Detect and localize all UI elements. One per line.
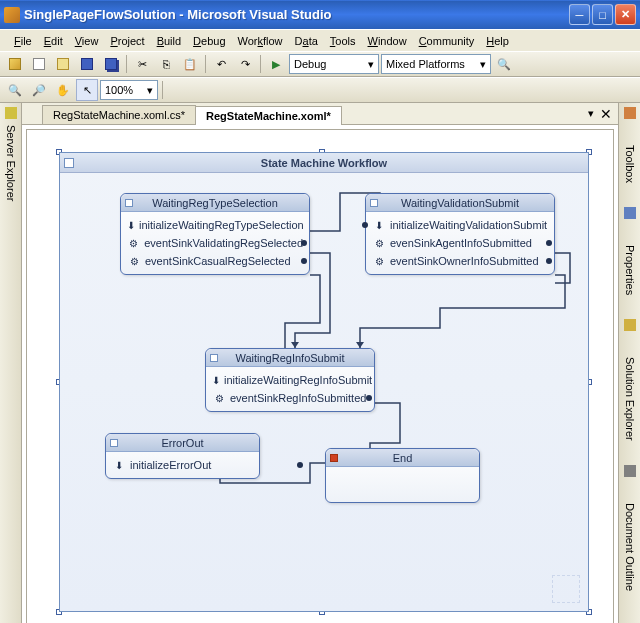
- open-file-button[interactable]: [52, 53, 74, 75]
- activity-row[interactable]: ⬇initializeWaitingRegInfoSubmit: [212, 371, 368, 389]
- add-item-button[interactable]: [28, 53, 50, 75]
- state-title: WaitingValidationSubmit: [401, 197, 519, 209]
- event-icon: ⚙: [372, 236, 386, 250]
- state-title: End: [393, 452, 413, 464]
- window-title: SinglePageFlowSolution - Microsoft Visua…: [24, 7, 569, 22]
- title-bar: SinglePageFlowSolution - Microsoft Visua…: [0, 0, 640, 29]
- maximize-button[interactable]: □: [592, 4, 613, 25]
- server-explorer-icon[interactable]: [5, 107, 17, 119]
- activity-row[interactable]: ⚙eventSinkRegInfoSubmitted: [212, 389, 368, 407]
- activity-row[interactable]: ⚙eventSinkValidatingRegSelected: [127, 234, 303, 252]
- sidebar-right: Toolbox Properties Solution Explorer Doc…: [618, 103, 640, 623]
- state-waiting-reg-info[interactable]: WaitingRegInfoSubmit ⬇initializeWaitingR…: [205, 348, 375, 412]
- solution-explorer-tab[interactable]: Solution Explorer: [622, 353, 638, 445]
- menu-tools[interactable]: Tools: [324, 33, 362, 49]
- start-debug-button[interactable]: ▶: [265, 53, 287, 75]
- init-icon: ⬇: [127, 218, 135, 232]
- save-all-button[interactable]: [100, 53, 122, 75]
- init-icon: ⬇: [112, 458, 126, 472]
- workflow-container[interactable]: State Machine Workflow: [59, 152, 589, 612]
- menu-help[interactable]: Help: [480, 33, 515, 49]
- find-button[interactable]: 🔍: [493, 53, 515, 75]
- paste-button[interactable]: 📋: [179, 53, 201, 75]
- activity-row[interactable]: ⬇initializeWaitingRegTypeSelection: [127, 216, 303, 234]
- document-outline-icon[interactable]: [624, 465, 636, 477]
- properties-tab[interactable]: Properties: [622, 241, 638, 299]
- tab-close-icon[interactable]: ✕: [600, 106, 612, 122]
- menu-window[interactable]: Window: [362, 33, 413, 49]
- event-icon: ⚙: [212, 391, 226, 405]
- tab-dropdown-icon[interactable]: ▾: [588, 107, 594, 120]
- activity-row[interactable]: ⬇initializeWaitingValidationSubmit: [372, 216, 548, 234]
- close-button[interactable]: ✕: [615, 4, 636, 25]
- menu-edit[interactable]: Edit: [38, 33, 69, 49]
- new-project-button[interactable]: [4, 53, 26, 75]
- event-icon: ⚙: [127, 254, 141, 268]
- menu-project[interactable]: Project: [104, 33, 150, 49]
- state-title: WaitingRegTypeSelection: [152, 197, 278, 209]
- menu-view[interactable]: View: [69, 33, 105, 49]
- state-waiting-validation[interactable]: WaitingValidationSubmit ⬇initializeWaiti…: [365, 193, 555, 275]
- menu-data[interactable]: Data: [289, 33, 324, 49]
- minimize-button[interactable]: ─: [569, 4, 590, 25]
- init-icon: ⬇: [212, 373, 220, 387]
- config-combo[interactable]: Debug▾: [289, 54, 379, 74]
- workflow-title: State Machine Workflow: [60, 153, 588, 173]
- pan-button[interactable]: ✋: [52, 79, 74, 101]
- toolbox-icon[interactable]: [624, 107, 636, 119]
- menu-debug[interactable]: Debug: [187, 33, 231, 49]
- watermark-icon: [552, 575, 580, 603]
- menu-workflow[interactable]: Workflow: [232, 33, 289, 49]
- state-title: WaitingRegInfoSubmit: [235, 352, 344, 364]
- toolbar-main: ✂ ⎘ 📋 ↶ ↷ ▶ Debug▾ Mixed Platforms▾ 🔍: [0, 51, 640, 77]
- state-error-out[interactable]: ErrorOut ⬇initializeErrorOut: [105, 433, 260, 479]
- activity-row[interactable]: ⚙evenSinkAgentInfoSubmitted: [372, 234, 548, 252]
- end-icon: [330, 454, 338, 462]
- tab-cs-file[interactable]: RegStateMachine.xoml.cs*: [42, 105, 196, 124]
- copy-button[interactable]: ⎘: [155, 53, 177, 75]
- zoom-combo[interactable]: 100%▾: [100, 80, 158, 100]
- event-icon: ⚙: [372, 254, 386, 268]
- solution-explorer-icon[interactable]: [624, 319, 636, 331]
- zoom-out-button[interactable]: 🔎: [28, 79, 50, 101]
- platform-combo[interactable]: Mixed Platforms▾: [381, 54, 491, 74]
- menu-community[interactable]: Community: [413, 33, 481, 49]
- document-tabs: RegStateMachine.xoml.cs* RegStateMachine…: [22, 103, 618, 125]
- init-icon: ⬇: [372, 218, 386, 232]
- state-title: ErrorOut: [161, 437, 203, 449]
- event-icon: ⚙: [127, 236, 140, 250]
- tab-xoml-file[interactable]: RegStateMachine.xoml*: [195, 106, 342, 125]
- save-button[interactable]: [76, 53, 98, 75]
- zoom-in-button[interactable]: 🔍: [4, 79, 26, 101]
- properties-icon[interactable]: [624, 207, 636, 219]
- state-end[interactable]: End: [325, 448, 480, 503]
- activity-row[interactable]: ⚙eventSinkOwnerInfoSubmitted: [372, 252, 548, 270]
- menu-bar: File Edit View Project Build Debug Workf…: [0, 29, 640, 51]
- toolbar-zoom: 🔍 🔎 ✋ ↖ 100%▾: [0, 77, 640, 103]
- undo-button[interactable]: ↶: [210, 53, 232, 75]
- activity-row[interactable]: ⬇initializeErrorOut: [112, 456, 253, 474]
- pointer-button[interactable]: ↖: [76, 79, 98, 101]
- menu-file[interactable]: File: [8, 33, 38, 49]
- sidebar-left: Server Explorer: [0, 103, 22, 623]
- app-icon: [4, 7, 20, 23]
- menu-build[interactable]: Build: [151, 33, 187, 49]
- redo-button[interactable]: ↷: [234, 53, 256, 75]
- state-waiting-reg-type[interactable]: WaitingRegTypeSelection ⬇initializeWaiti…: [120, 193, 310, 275]
- cut-button[interactable]: ✂: [131, 53, 153, 75]
- document-outline-tab[interactable]: Document Outline: [622, 499, 638, 595]
- server-explorer-tab[interactable]: Server Explorer: [3, 121, 19, 205]
- designer-canvas[interactable]: State Machine Workflow: [26, 129, 614, 623]
- toolbox-tab[interactable]: Toolbox: [622, 141, 638, 187]
- activity-row[interactable]: ⚙eventSinkCasualRegSelected: [127, 252, 303, 270]
- expand-icon[interactable]: [64, 158, 74, 168]
